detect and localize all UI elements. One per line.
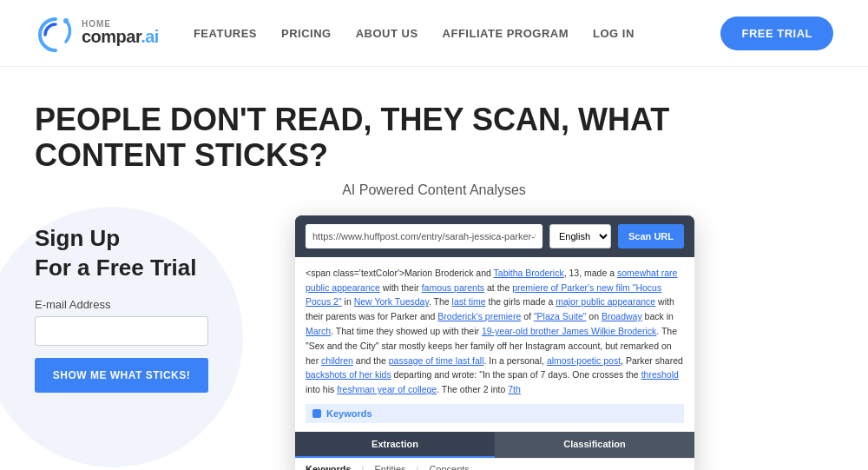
free-trial-button[interactable]: FREE TRIAL: [720, 17, 833, 50]
keywords-bar: Keywords: [306, 404, 684, 423]
app-demo-area: English Scan URL <span class='textColor'…: [295, 215, 833, 470]
sub-tab-concepts[interactable]: Concepts: [429, 464, 469, 470]
nav-login[interactable]: LOG IN: [593, 27, 635, 40]
tab-classification[interactable]: Classification: [495, 432, 694, 458]
email-input[interactable]: [35, 316, 208, 346]
app-toolbar: English Scan URL: [295, 215, 694, 257]
sep1: |: [362, 464, 365, 470]
nav-pricing[interactable]: PRICING: [281, 27, 332, 40]
email-label: E-mail Address: [35, 298, 260, 311]
hero-section: PEOPLE DON'T READ, THEY SCAN, WHAT CONTE…: [0, 67, 868, 467]
signup-title: Sign Up For a Free Trial: [35, 224, 260, 283]
scan-url-button[interactable]: Scan URL: [618, 224, 684, 248]
article-text: <span class='textColor'>Marion Broderick…: [306, 266, 684, 397]
keywords-dot-icon: [312, 409, 321, 418]
keywords-label: Keywords: [326, 408, 372, 419]
sub-tab-entities[interactable]: Entities: [374, 464, 405, 470]
tab-extraction[interactable]: Extraction: [295, 432, 495, 458]
url-input[interactable]: [306, 224, 542, 248]
sub-tab-keywords[interactable]: Keywords: [306, 464, 352, 470]
nav-features[interactable]: FEATURES: [194, 27, 257, 40]
logo[interactable]: HOME compar.ai: [35, 12, 159, 54]
logo-part1: compar: [82, 27, 141, 46]
svg-point-0: [63, 18, 69, 23]
logo-icon: [35, 12, 76, 54]
sep2: |: [417, 464, 419, 470]
nav-affiliate[interactable]: AFFILIATE PROGRAM: [443, 27, 569, 40]
nav-about[interactable]: ABOUT US: [356, 27, 418, 40]
logo-text: HOME compar.ai: [82, 19, 159, 47]
sub-tabs-bar: Keywords | Entities | Concepts: [295, 458, 694, 470]
main-nav: FEATURES PRICING ABOUT US AFFILIATE PROG…: [194, 27, 721, 40]
signup-form-area: Sign Up For a Free Trial E-mail Address …: [35, 224, 260, 470]
app-article-content: <span class='textColor'>Marion Broderick…: [295, 257, 694, 432]
analysis-tabs: Extraction Classification: [295, 432, 694, 458]
hero-content: Sign Up For a Free Trial E-mail Address …: [35, 224, 833, 470]
language-select[interactable]: English: [549, 224, 611, 248]
hero-headline: PEOPLE DON'T READ, THEY SCAN, WHAT CONTE…: [35, 102, 816, 174]
hero-subheadline: AI Powered Content Analyses: [35, 182, 833, 198]
show-sticks-button[interactable]: SHOW ME WHAT STICKS!: [35, 358, 208, 393]
app-screenshot: English Scan URL <span class='textColor'…: [295, 215, 694, 470]
header: HOME compar.ai FEATURES PRICING ABOUT US…: [0, 0, 868, 67]
logo-part2: .ai: [141, 27, 159, 46]
